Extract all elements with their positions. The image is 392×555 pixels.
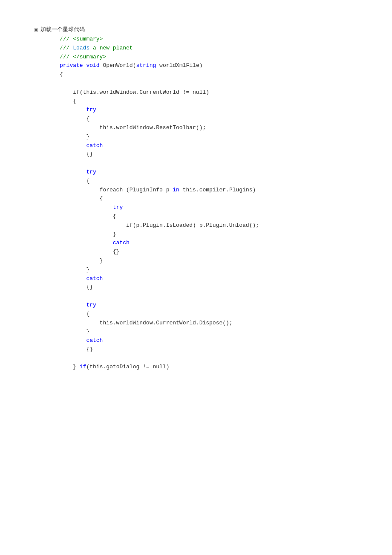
code-line: { (60, 177, 383, 186)
code-line: { (60, 70, 383, 79)
code-line (60, 354, 383, 363)
code-line (60, 292, 383, 301)
code-line: /// <summary> (60, 35, 383, 44)
code-line: } (60, 133, 383, 142)
collapse-icon[interactable]: ▣ (34, 27, 38, 32)
code-line: if(p.Plugin.IsLoaded) p.Plugin.Unload(); (60, 221, 383, 230)
code-line: {} (60, 345, 383, 354)
code-line: catch (60, 142, 383, 150)
code-line: foreach (PluginInfo p in this.compiler.P… (60, 186, 383, 195)
code-line: try (60, 106, 383, 115)
code-line: {} (60, 150, 383, 159)
code-line: /// Loads a new planet (60, 44, 383, 53)
code-line: catch (60, 239, 383, 248)
code-section: ▣ 加载一个星球代码 /// <summary>/// Loads a new … (34, 26, 383, 372)
code-line: if(this.worldWindow.CurrentWorld != null… (60, 88, 383, 97)
code-line: } (60, 230, 383, 239)
code-line (60, 159, 383, 168)
code-line: /// </summary> (60, 53, 383, 62)
code-line: {} (60, 283, 383, 292)
code-line: { (60, 310, 383, 319)
code-line: catch (60, 336, 383, 345)
code-line: catch (60, 275, 383, 283)
code-line: private void OpenWorld(string worldXmlFi… (60, 61, 383, 70)
section-header[interactable]: ▣ 加载一个星球代码 (34, 26, 383, 33)
code-line: } (60, 257, 383, 266)
code-line: try (60, 168, 383, 177)
code-line: { (60, 97, 383, 106)
code-block: /// <summary>/// Loads a new planet/// <… (60, 35, 383, 372)
code-line: try (60, 301, 383, 310)
code-line: } (60, 327, 383, 336)
code-line: { (60, 212, 383, 221)
code-line: { (60, 115, 383, 124)
code-line: this.worldWindow.ResetToolbar(); (60, 124, 383, 133)
code-line: { (60, 194, 383, 203)
code-line: try (60, 203, 383, 212)
code-line (60, 79, 383, 88)
section-title: 加载一个星球代码 (40, 26, 85, 33)
code-line: } if(this.gotoDialog != null) (60, 363, 383, 372)
code-line: {} (60, 248, 383, 257)
code-line: } (60, 266, 383, 275)
code-line: this.worldWindow.CurrentWorld.Dispose(); (60, 319, 383, 328)
